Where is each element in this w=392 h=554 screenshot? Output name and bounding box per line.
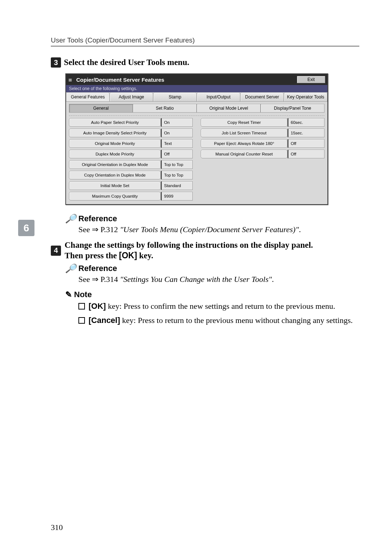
chapter-tab: 6 bbox=[18, 220, 34, 236]
note-item-1: [OK] key: Press to confirm the new setti… bbox=[78, 301, 359, 312]
setting-value[interactable]: 60sec. bbox=[287, 118, 324, 127]
setting-value[interactable]: On bbox=[161, 118, 193, 127]
panel-subtitle: Select one of the following settings. bbox=[66, 85, 327, 92]
step-3-badge: 3 bbox=[51, 57, 61, 68]
subtab-set-ratio[interactable]: Set Ratio bbox=[133, 104, 197, 113]
reference-icon: 🔎 bbox=[65, 214, 76, 224]
setting-label[interactable]: Initial Mode Set bbox=[69, 181, 161, 190]
setting-label[interactable]: Job List Screen Timeout bbox=[201, 129, 287, 137]
step-4-text: Change the settings by following the ins… bbox=[65, 240, 313, 262]
setting-value[interactable]: Off bbox=[287, 139, 324, 148]
setting-value[interactable]: Text bbox=[161, 139, 193, 148]
reference-1-text: See ⇒ P.312 "User Tools Menu (Copier/Doc… bbox=[78, 225, 359, 235]
exit-button[interactable]: Exit bbox=[297, 76, 325, 83]
setting-value[interactable]: Top to Top bbox=[161, 160, 193, 169]
setting-value[interactable]: Off bbox=[287, 150, 324, 158]
page-number: 310 bbox=[51, 523, 63, 532]
setting-label[interactable]: Copy Orientation in Duplex Mode bbox=[69, 171, 161, 179]
setting-label[interactable]: Paper Eject: Always Rotate 180° bbox=[201, 139, 287, 148]
note-heading: ✎ Note bbox=[65, 290, 359, 299]
reference-2-text: See ⇒ P.314 "Settings You Can Change wit… bbox=[78, 274, 359, 285]
bullet-icon bbox=[78, 303, 85, 310]
running-header: User Tools (Copier/Document Server Featu… bbox=[51, 36, 359, 44]
reference-label: Reference bbox=[78, 264, 117, 273]
setting-label[interactable]: Maximum Copy Quantity bbox=[69, 192, 161, 201]
secondary-tabs: General Set Ratio Original Mode Level Di… bbox=[66, 102, 327, 115]
note-label: Note bbox=[74, 290, 92, 299]
tab-input-output[interactable]: Input/Output bbox=[197, 92, 240, 101]
setting-value[interactable]: 9999 bbox=[161, 192, 193, 201]
setting-label[interactable]: Auto Image Density Select Priority bbox=[69, 129, 161, 137]
reference-label: Reference bbox=[78, 214, 117, 223]
setting-label[interactable]: Original Orientation in Duplex Mode bbox=[69, 160, 161, 169]
setting-label[interactable]: Manual Original Counter Reset bbox=[201, 150, 287, 158]
settings-right-column: Copy Reset Timer60sec. Job List Screen T… bbox=[201, 118, 324, 201]
setting-value[interactable]: 15sec. bbox=[287, 129, 324, 137]
panel-title: Copier/Document Server Features bbox=[76, 77, 297, 83]
header-rule bbox=[51, 46, 359, 46]
note-item-2: [Cancel] key: Press to return to the pre… bbox=[78, 315, 359, 326]
panel-titlebar: ≣ Copier/Document Server Features Exit bbox=[66, 74, 327, 85]
tab-key-operator-tools[interactable]: Key Operator Tools bbox=[284, 92, 327, 101]
tab-general-features[interactable]: General Features bbox=[66, 92, 110, 101]
bullet-icon bbox=[78, 317, 85, 324]
user-tools-screenshot: ≣ Copier/Document Server Features Exit S… bbox=[65, 73, 359, 205]
subtab-display-panel-tone[interactable]: Display/Panel Tone bbox=[261, 104, 324, 113]
step-3: 3 Select the desired User Tools menu. bbox=[51, 57, 359, 68]
step-4: 4 Change the settings by following the i… bbox=[51, 240, 359, 262]
setting-value[interactable]: Off bbox=[161, 150, 193, 158]
setting-label[interactable]: Copy Reset Timer bbox=[201, 118, 287, 127]
reference-heading: 🔎 Reference bbox=[65, 214, 359, 224]
step-4-badge: 4 bbox=[51, 246, 61, 256]
setting-value[interactable]: Top to Top bbox=[161, 171, 193, 179]
subtab-original-mode-level[interactable]: Original Mode Level bbox=[197, 104, 261, 113]
primary-tabs: General Features Adjust Image Stamp Inpu… bbox=[66, 92, 327, 102]
setting-value[interactable]: Standard bbox=[161, 181, 193, 190]
setting-label[interactable]: Auto Paper Select Priority bbox=[69, 118, 161, 127]
setting-label[interactable]: Original Mode Priority bbox=[69, 139, 161, 148]
settings-left-column: Auto Paper Select PriorityOn Auto Image … bbox=[69, 118, 193, 201]
reference-heading-2: 🔎 Reference bbox=[65, 263, 359, 274]
tab-adjust-image[interactable]: Adjust Image bbox=[110, 92, 153, 101]
note-icon: ✎ bbox=[65, 290, 72, 299]
reference-icon: 🔎 bbox=[65, 263, 76, 274]
menu-icon: ≣ bbox=[68, 77, 74, 82]
tab-stamp[interactable]: Stamp bbox=[153, 92, 197, 101]
step-3-text: Select the desired User Tools menu. bbox=[64, 58, 189, 67]
setting-value[interactable]: On bbox=[161, 129, 193, 137]
setting-label[interactable]: Duplex Mode Priority bbox=[69, 150, 161, 158]
subtab-general[interactable]: General bbox=[69, 104, 133, 113]
tab-document-server[interactable]: Document Server bbox=[240, 92, 284, 101]
